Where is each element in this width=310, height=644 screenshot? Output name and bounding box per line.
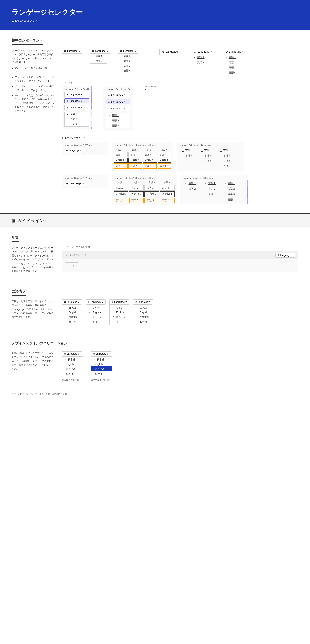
dropdown-item-6-2[interactable]: 言語２ [223, 60, 240, 65]
lang-selector-btn-6[interactable]: ⊕ Language ∨ [223, 48, 246, 55]
dropdown-item-6-1[interactable]: ✓言語１ [223, 55, 240, 60]
set14-item3[interactable]: 言語３ [65, 122, 89, 126]
dd14-3-item1[interactable]: ✓言語１ [217, 148, 233, 153]
header-lang-selector[interactable]: ⊕ Language ∨ [275, 253, 295, 258]
set16-btn2[interactable]: ⊕ Language ∨ [106, 99, 130, 104]
design-sharp-btn[interactable]: ⊕ Language ∨ [62, 351, 82, 356]
lang-menu-4-item2[interactable]: English [133, 310, 152, 314]
list14-item2a[interactable]: 言語２ [128, 152, 142, 157]
design-color-item1[interactable]: ✓日本語 [91, 357, 112, 362]
set16-btn3[interactable]: ⊕ Language ∨ [106, 106, 130, 111]
lang-menu-2-item4[interactable]: 한국어 [86, 320, 105, 324]
dd14-2-item2[interactable]: 言語２ [198, 153, 214, 158]
lang-menu-1-item3[interactable]: 简体中文 [62, 314, 81, 320]
dd16-3-item4[interactable]: 言語４ [221, 197, 238, 202]
dropdown-item-3-3[interactable]: 言語３ [118, 64, 135, 68]
list16-item3c[interactable]: 言語３ [144, 198, 159, 203]
list14-item1c[interactable]: 言語１ [114, 164, 128, 169]
list14-item2b[interactable]: ✓ 言語２ [128, 158, 142, 163]
dd14-3-item3[interactable]: 言語３ [217, 158, 233, 164]
list16-item1a[interactable]: 言語１ [114, 185, 128, 190]
lang-selector-btn-5[interactable]: ⊕ Language ∨ [191, 48, 215, 55]
dd14-1-item2[interactable]: 言語２ [179, 153, 195, 158]
lang-menu-1-item2[interactable]: English [62, 310, 81, 314]
lang-menu-4-item3[interactable]: 简体中文 [133, 314, 152, 320]
design-sharp-item2[interactable]: English [62, 362, 83, 366]
building-ctrl-14-btn[interactable]: ⊕ Language ∨ [64, 148, 84, 153]
lang-menu-4-item1[interactable]: 日本語 [133, 306, 152, 310]
lang-menu-3-item4[interactable]: 한국어 [110, 320, 129, 324]
lang-menu-1-item1[interactable]: ✓日本語 [62, 306, 81, 310]
dd16-1-item1[interactable]: ✓言語１ [182, 181, 199, 186]
dropdown-item-5-1[interactable]: ✓言語１ [191, 55, 208, 60]
set16-item1[interactable]: ✓言語１ [106, 113, 130, 118]
dd16-3-item2[interactable]: 言語２ [221, 186, 238, 192]
list16-item4b[interactable]: ✓ 言語４ [160, 191, 175, 197]
list16-item2c[interactable]: 言語２ [129, 198, 144, 203]
dd16-3-item1[interactable]: ✓言語１ [221, 181, 238, 186]
set16-btn1[interactable]: ⊕ Language ∨ [106, 92, 130, 97]
dropdown-item-6-4[interactable]: 言語４ [223, 70, 240, 75]
set16-item3[interactable]: 言語３ [106, 123, 130, 128]
lang-disp-btn-4[interactable]: ⊕ Language ∨ [133, 300, 153, 304]
lang-menu-2-item3[interactable]: 简体中文 [86, 314, 105, 320]
list14-item3b[interactable]: ✓ 言語３ [143, 158, 157, 163]
dd14-2-item1[interactable]: ✓言語１ [198, 148, 214, 153]
list16-item4a[interactable]: 言語４ [160, 185, 175, 190]
lang-menu-2-item2[interactable]: ✓English [86, 310, 105, 314]
design-color-item4[interactable]: 한국어 [91, 371, 112, 376]
dd14-2-item3[interactable]: 言語３ [198, 158, 214, 164]
dd14-3-item2[interactable]: 言語２ [217, 153, 233, 158]
dd16-2-item2[interactable]: 言語２ [202, 186, 219, 192]
list16-item3b[interactable]: ✓ 言語３ [144, 191, 159, 197]
list14-item4a[interactable]: 言語４ [158, 152, 172, 157]
list16-item1b[interactable]: ✓ 言語１ [114, 191, 128, 197]
design-color-item2[interactable]: English [91, 362, 112, 366]
dropdown-item-5-2[interactable]: 言語２ [191, 60, 208, 65]
dd16-3-item3[interactable]: 言語３ [221, 192, 238, 197]
set14-btn1[interactable]: ⊕ Language ∨ [65, 92, 89, 97]
list14-item3a[interactable]: 言語３ [143, 152, 157, 157]
lang-menu-2-item1[interactable]: 日本語 [86, 306, 105, 310]
design-sharp-item3[interactable]: 简体中文 [62, 366, 83, 371]
lang-menu-4-item4[interactable]: ✓한국어 [133, 320, 152, 324]
lang-disp-btn-1[interactable]: ⊕ Language ∨ [62, 300, 82, 304]
set14-btn3[interactable]: ⊕ Language ∨ [65, 105, 89, 110]
dropdown-item-3-2[interactable]: 言語２ [118, 58, 135, 64]
dd16-2-item1[interactable]: ✓言語１ [202, 181, 219, 186]
lang-selector-btn-4[interactable]: ⊕ Language ∨ [159, 48, 183, 55]
set14-item1[interactable]: ✓言語１ [65, 112, 89, 117]
lang-disp-btn-2[interactable]: ⊕ Language ∨ [86, 300, 105, 304]
dd16-2-item3[interactable]: 言語３ [202, 192, 219, 197]
dd16-1-item2[interactable]: 言語２ [182, 186, 199, 192]
lang-selector-btn-2[interactable]: ⊕ Language ∨ [90, 48, 110, 54]
lang-menu-3-item2[interactable]: English [110, 310, 129, 314]
lang-selector-btn-1[interactable]: ⊕ Language ∨ [62, 48, 82, 54]
list16-item3a[interactable]: 言語３ [144, 185, 159, 190]
list16-item2a[interactable]: 言語２ [129, 185, 144, 190]
list14-item2c[interactable]: 言語２ [128, 164, 142, 169]
set14-item2[interactable]: 言語２ [65, 117, 89, 122]
design-sharp-item4[interactable]: 한국어 [62, 371, 83, 376]
design-color-item3[interactable]: 简体中文 [91, 366, 112, 371]
building-ctrl-16-btn[interactable]: ⊕ Language ∨ [64, 181, 86, 186]
dropdown-item-2-1[interactable]: ✓言語１ [90, 54, 107, 58]
lang-menu-3-item1[interactable]: 日本語 [110, 306, 129, 310]
list16-item1c[interactable]: 言語１ [114, 198, 128, 203]
set16-item2[interactable]: 言語２ [106, 118, 130, 123]
list16-item2b[interactable]: ✓ 言語２ [129, 191, 144, 197]
lang-menu-3-item3[interactable]: ✓简体中文 [110, 314, 129, 320]
list14-item4b[interactable]: ✓ 言語４ [158, 158, 172, 163]
set14-btn2[interactable]: ⊕ Language ∨ [65, 98, 89, 104]
list14-item3c[interactable]: 言語３ [143, 164, 157, 169]
design-sharp-item1[interactable]: ✓日本語 [62, 357, 83, 362]
lang-selector-btn-3[interactable]: ⊕ Language ∨ [118, 48, 138, 54]
lang-disp-btn-3[interactable]: ⊕ Language ∨ [109, 300, 129, 304]
dd14-3-item4[interactable]: 言語４ [217, 164, 233, 169]
dropdown-item-3-4[interactable]: 言語４ [118, 68, 135, 73]
list14-item1a[interactable]: 言語１ [114, 152, 128, 157]
list14-item4c[interactable]: 言語４ [158, 164, 172, 169]
design-color-btn[interactable]: ⊕ Language ∨ [91, 351, 111, 356]
dropdown-item-3-1[interactable]: ✓言語１ [118, 54, 135, 58]
list14-item1b[interactable]: ✓ 言語１ [114, 158, 128, 163]
